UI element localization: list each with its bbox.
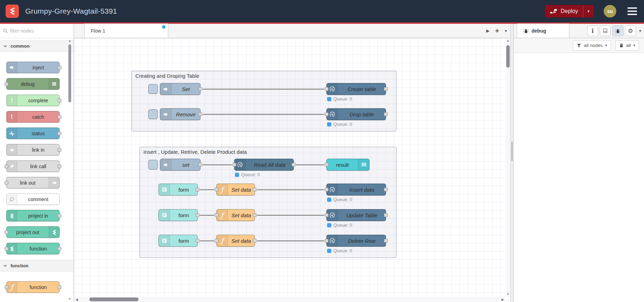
main-menu-button[interactable] <box>626 6 638 16</box>
tab-flow-1[interactable]: Flow 1 <box>84 23 168 38</box>
flow-node-read-all-data[interactable]: Read All data <box>234 159 294 171</box>
wire[interactable] <box>200 215 214 216</box>
wire[interactable] <box>257 189 324 190</box>
flow-node-form[interactable]: form <box>158 184 198 195</box>
flow-node-update-table[interactable]: Update Table <box>326 209 386 221</box>
node-port[interactable] <box>57 98 61 102</box>
node-port[interactable] <box>57 164 61 168</box>
flow-group-create-drop[interactable]: Creating and Droping Table <box>131 71 396 131</box>
node-port[interactable] <box>215 213 218 217</box>
node-port[interactable] <box>325 87 328 91</box>
palette-node-comment[interactable]: comment <box>6 193 60 205</box>
node-port[interactable] <box>5 82 8 86</box>
wire[interactable] <box>203 164 232 165</box>
filter-nodes-input[interactable] <box>10 28 62 34</box>
add-flow-button[interactable]: + <box>495 27 499 34</box>
node-port[interactable] <box>384 239 388 243</box>
debug-tab-button[interactable] <box>612 26 623 36</box>
flow-node-drop-table[interactable]: Drop table <box>326 108 386 120</box>
node-port[interactable] <box>57 66 61 69</box>
canvas-vertical-scrollbar[interactable]: ▲ ▼ <box>506 38 510 297</box>
node-port[interactable] <box>325 239 328 243</box>
node-port[interactable] <box>57 148 61 152</box>
help-tab-button[interactable] <box>600 26 611 36</box>
palette-node-catch[interactable]: ! catch <box>6 111 60 123</box>
config-tab-button[interactable]: ⚙ <box>625 26 636 36</box>
palette-node-project-call[interactable]: function <box>6 243 60 254</box>
palette-search[interactable] <box>0 24 74 38</box>
node-port[interactable] <box>253 239 257 243</box>
wire[interactable] <box>257 240 324 241</box>
inject-button[interactable] <box>148 84 158 94</box>
inject-button[interactable] <box>148 160 158 170</box>
node-port[interactable] <box>5 164 8 168</box>
flow-canvas[interactable]: Creating and Droping Table Set Create ta… <box>74 38 510 302</box>
debug-filter-button[interactable]: all nodes ▾ <box>573 40 611 51</box>
flow-node-inject-set[interactable]: Set <box>160 83 201 95</box>
flow-node-form[interactable]: form <box>158 235 198 247</box>
node-port[interactable] <box>196 213 199 217</box>
scroll-left-icon[interactable]: ◀ <box>74 298 80 301</box>
node-port[interactable] <box>198 112 202 116</box>
node-port[interactable] <box>215 188 218 192</box>
wire[interactable] <box>200 240 214 241</box>
node-port[interactable] <box>5 285 8 289</box>
flow-node-set-data[interactable]: ƒ Set data <box>216 184 255 195</box>
inject-button[interactable] <box>148 109 158 119</box>
tab-debug[interactable]: debug <box>517 23 569 38</box>
flow-node-insert-data[interactable]: Insert data <box>326 184 386 195</box>
palette-node-link-in[interactable]: link in <box>6 144 60 156</box>
tab-scroll-right-icon[interactable]: ▶ <box>486 28 489 33</box>
node-port[interactable] <box>232 163 236 167</box>
node-port[interactable] <box>57 285 61 289</box>
palette-node-status[interactable]: status <box>6 128 60 139</box>
sidebar-splitter[interactable] <box>510 24 514 302</box>
wire[interactable] <box>296 164 324 165</box>
node-port[interactable] <box>384 188 388 192</box>
node-port[interactable] <box>5 181 8 185</box>
scroll-down-icon[interactable]: ▼ <box>68 297 72 301</box>
palette-node-link-out[interactable]: link out <box>6 177 60 188</box>
scroll-down-icon[interactable]: ▼ <box>506 293 510 296</box>
info-tab-button[interactable]: i <box>587 26 598 36</box>
scroll-right-icon[interactable]: ▶ <box>500 298 506 301</box>
flow-list-caret[interactable]: ▾ <box>505 28 507 33</box>
wire[interactable] <box>257 215 324 216</box>
wire[interactable] <box>200 189 214 190</box>
palette-node-project-in[interactable]: project in <box>6 210 60 221</box>
flow-node-result[interactable]: result <box>326 159 370 171</box>
splitter-grip[interactable] <box>511 142 513 161</box>
node-port[interactable] <box>384 213 388 217</box>
node-port[interactable] <box>57 247 61 250</box>
node-port[interactable] <box>57 214 61 218</box>
wire[interactable] <box>203 114 324 115</box>
palette-node-link-call[interactable]: link call <box>6 160 60 172</box>
user-avatar[interactable]: su <box>604 5 616 18</box>
scroll-up-icon[interactable]: ▲ <box>506 39 510 42</box>
palette-node-inject[interactable]: inject <box>6 62 60 73</box>
flow-node-inject-set-lower[interactable]: set <box>160 159 201 171</box>
deploy-button[interactable]: Deploy ▾ <box>545 5 594 18</box>
debug-clear-button[interactable]: all ▾ <box>615 40 639 51</box>
flow-node-delete-row[interactable]: Delete Row <box>326 235 386 247</box>
scroll-up-icon[interactable]: ▲ <box>68 39 72 42</box>
canvas-vscroll-thumb[interactable] <box>506 45 510 68</box>
palette-node-complete[interactable]: ! complete <box>6 95 60 106</box>
node-port[interactable] <box>215 239 218 243</box>
node-port[interactable] <box>196 188 199 192</box>
wire[interactable] <box>203 89 324 90</box>
node-port[interactable] <box>292 163 296 167</box>
node-port[interactable] <box>253 188 257 192</box>
deploy-options-caret[interactable]: ▾ <box>583 5 594 17</box>
node-port[interactable] <box>325 163 328 167</box>
node-port[interactable] <box>196 239 199 243</box>
node-port[interactable] <box>198 163 202 167</box>
node-port[interactable] <box>57 115 61 119</box>
flow-node-set-data[interactable]: ƒ Set data <box>216 235 255 247</box>
sidebar-menu-caret[interactable]: ▾ <box>639 28 641 33</box>
palette-scrollbar[interactable]: ▲ ▼ <box>68 38 72 302</box>
node-port[interactable] <box>198 87 202 91</box>
node-port[interactable] <box>57 131 61 135</box>
node-port[interactable] <box>325 188 328 192</box>
flow-node-form[interactable]: form <box>158 209 198 221</box>
